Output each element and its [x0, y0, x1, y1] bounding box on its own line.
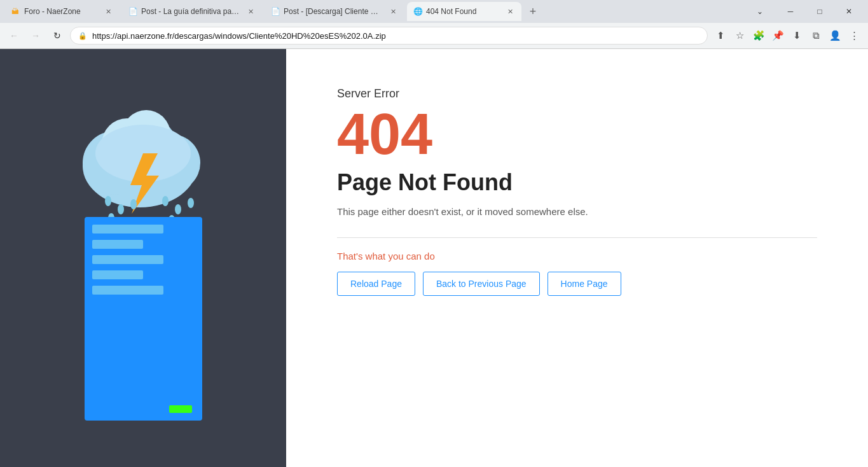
minimize-button[interactable]: ─ [776, 0, 804, 23]
share-icon[interactable]: ⬆ [712, 27, 729, 45]
url-bar[interactable]: 🔒 https://api.naerzone.fr/descargas/wind… [70, 27, 708, 45]
svg-point-8 [105, 196, 111, 206]
right-panel: Server Error 404 Page Not Found This pag… [286, 49, 868, 467]
forward-button[interactable]: → [27, 27, 45, 45]
server-stripe-3 [92, 255, 164, 264]
tab-post2-close[interactable]: ✕ [388, 6, 398, 17]
bookmark-icon[interactable]: ☆ [731, 27, 748, 45]
server-led [169, 405, 192, 413]
divider [337, 237, 817, 238]
tab-post2-favicon: 📄 [271, 7, 280, 16]
new-tab-button[interactable]: + [524, 3, 542, 20]
tab-404[interactable]: 🌐 404 Not Found ✕ [407, 2, 521, 21]
svg-point-12 [175, 204, 181, 214]
tab-foro-close[interactable]: ✕ [103, 6, 113, 17]
close-button[interactable]: ✕ [835, 0, 863, 23]
pin-icon[interactable]: 📌 [769, 27, 787, 45]
back-to-previous-page-button[interactable]: Back to Previous Page [423, 272, 540, 296]
browser-chrome: 🏔 Foro - NaerZone ✕ 📄 Post - La guía def… [0, 0, 868, 49]
tab-post2[interactable]: 📄 Post - [Descarga] Cliente Wotlk ... ✕ [265, 2, 404, 21]
url-security-icon: 🔒 [78, 32, 87, 40]
back-button[interactable]: ← [5, 27, 23, 45]
tab-list-button[interactable]: ⌄ [751, 3, 769, 20]
svg-point-10 [130, 199, 137, 209]
illustration [73, 96, 213, 421]
tab-404-favicon: 🌐 [413, 7, 422, 16]
tab-post1-favicon: 📄 [128, 7, 137, 16]
address-bar: ← → ↻ 🔒 https://api.naerzone.fr/descarga… [0, 23, 868, 48]
svg-point-9 [118, 204, 124, 214]
reload-page-button[interactable]: Reload Page [337, 272, 415, 296]
maximize-button[interactable]: □ [806, 0, 834, 23]
error-code: 404 [337, 106, 817, 163]
server-stripe-2 [92, 240, 144, 249]
tab-404-title: 404 Not Found [426, 7, 501, 16]
tab-404-close[interactable]: ✕ [505, 6, 515, 17]
tab-foro-title: Foro - NaerZone [24, 7, 99, 16]
title-bar: 🏔 Foro - NaerZone ✕ 📄 Post - La guía def… [0, 0, 868, 23]
tab-foro[interactable]: 🏔 Foro - NaerZone ✕ [5, 2, 120, 21]
server-error-label: Server Error [337, 87, 817, 101]
error-title: Page Not Found [337, 169, 817, 196]
tab-post2-title: Post - [Descarga] Cliente Wotlk ... [284, 7, 384, 16]
menu-icon[interactable]: ⋮ [845, 27, 863, 45]
url-text: https://api.naerzone.fr/descargas/window… [92, 31, 699, 41]
server-box [85, 217, 202, 421]
home-page-button[interactable]: Home Page [548, 272, 621, 296]
tab-overflow: ⌄ [751, 3, 769, 20]
error-description: This page either doesn't exist, or it mo… [337, 206, 817, 217]
server-stripe-1 [92, 225, 164, 234]
reload-button[interactable]: ↻ [48, 27, 66, 45]
download-icon[interactable]: ⬇ [788, 27, 806, 45]
extensions-icon[interactable]: 🧩 [750, 27, 768, 45]
server-stripe-5 [92, 286, 164, 295]
split-icon[interactable]: ⧉ [807, 27, 825, 45]
account-icon[interactable]: 👤 [826, 27, 844, 45]
svg-point-11 [162, 196, 169, 206]
server-stripe-4 [92, 270, 144, 279]
storm-cloud-illustration [73, 96, 213, 230]
toolbar-icons: ⬆ ☆ 🧩 📌 ⬇ ⧉ 👤 ⋮ [712, 27, 863, 45]
action-buttons: Reload Page Back to Previous Page Home P… [337, 272, 817, 296]
window-controls: ─ □ ✕ [776, 0, 863, 23]
left-panel [0, 49, 286, 467]
tab-post1-close[interactable]: ✕ [245, 6, 256, 17]
page-content: Server Error 404 Page Not Found This pag… [0, 49, 868, 467]
svg-point-13 [188, 198, 194, 208]
tab-foro-favicon: 🏔 [11, 7, 20, 16]
action-label: That's what you can do [337, 251, 817, 261]
tab-post1[interactable]: 📄 Post - La guía definitiva para au... ✕ [122, 2, 262, 21]
tab-post1-title: Post - La guía definitiva para au... [141, 7, 242, 16]
